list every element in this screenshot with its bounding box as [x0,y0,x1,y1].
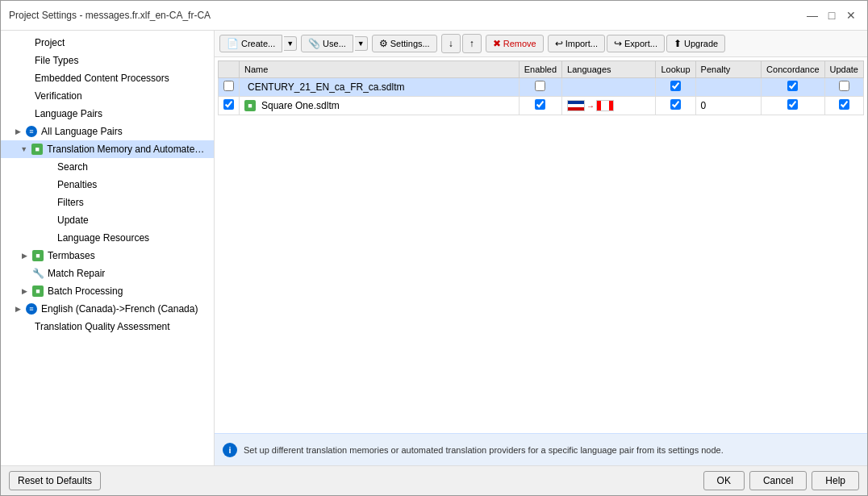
remove-icon: ✖ [493,38,501,49]
row-concordance-1[interactable] [787,99,798,110]
row-lookup-0[interactable] [670,81,681,91]
no-icon-11 [41,231,54,244]
sidebar-item-0[interactable]: Project [1,34,214,52]
help-button[interactable]: Help [812,471,859,490]
translation-memory-table: Name Enabled Languages Lookup Penalty Co… [215,57,867,433]
create-button[interactable]: 📄 Create... [219,35,282,52]
blue-circle-icon-15: ≡ [25,302,38,315]
no-icon-1 [19,54,31,67]
row-enabled-0[interactable] [535,81,545,91]
move-up-button[interactable]: ↑ [462,34,482,53]
export-button[interactable]: ↪ Export... [607,35,665,52]
table-row-1[interactable]: ■Square One.sdltm → 0 [219,97,864,115]
table-row-0[interactable]: CENTURY_21_EN_ca_FR_ca.sdltm [219,78,864,97]
sidebar-item-11[interactable]: Language Resources [1,229,214,247]
settings-icon: ⚙ [379,38,388,49]
bottom-left: Reset to Defaults [9,471,101,490]
sidebar-item-12[interactable]: ▶■Termbases [1,247,214,265]
use-button[interactable]: 📎 Use... [301,35,353,52]
sidebar-item-5[interactable]: ▶≡All Language Pairs [1,123,214,140]
no-icon-8 [41,178,54,191]
blue-circle-icon-5: ≡ [25,125,38,138]
info-message: Set up different translation memories or… [244,445,724,455]
remove-button[interactable]: ✖ Remove [486,35,544,52]
row-name-text-0: CENTURY_21_EN_ca_FR_ca.sdltm [248,81,405,93]
expand-icon-6[interactable]: ▼ [20,145,27,153]
sidebar-label-15: English (Canada)->French (Canada) [41,303,198,315]
close-button[interactable]: ✕ [843,7,859,23]
window-title: Project Settings - messages.fr.xlf_en-CA… [9,10,211,21]
tm-table: Name Enabled Languages Lookup Penalty Co… [218,60,864,115]
sidebar-item-15[interactable]: ▶≡English (Canada)->French (Canada) [1,300,214,318]
sidebar-item-1[interactable]: File Types [1,52,214,69]
sidebar-item-7[interactable]: Search [1,158,214,176]
sidebar-item-13[interactable]: 🔧Match Repair [1,265,214,282]
sidebar-item-4[interactable]: Language Pairs [1,105,214,123]
sidebar-item-16[interactable]: Translation Quality Assessment [1,318,214,336]
arrow-right-1: → [586,102,595,110]
sidebar-item-3[interactable]: Verification [1,87,214,105]
no-icon-10 [41,214,54,227]
sidebar-item-2[interactable]: Embedded Content Processors [1,69,214,87]
row-checkbox-0[interactable] [223,81,234,91]
row-penalty-1: 0 [695,97,762,115]
header-penalty: Penalty [695,61,762,78]
row-concordance-0[interactable] [787,81,798,91]
maximize-button[interactable]: □ [824,7,840,23]
expand-icon-5[interactable]: ▶ [14,127,22,135]
move-down-button[interactable]: ↓ [441,34,461,53]
header-concordance: Concordance [762,61,824,78]
create-icon: 📄 [227,38,239,49]
sidebar-label-4: Language Pairs [35,108,102,119]
create-dropdown-arrow[interactable]: ▼ [284,36,297,51]
sidebar-label-10: Update [57,215,89,226]
green-square-icon-12: ■ [31,249,44,262]
expand-icon-15[interactable]: ▶ [14,305,22,313]
green-square-icon-6: ■ [31,143,44,156]
import-icon: ↩ [555,38,563,49]
no-icon-7 [41,160,54,173]
export-label: Export... [624,39,657,48]
sidebar-label-11: Language Resources [57,232,149,244]
info-icon: i [223,443,237,457]
canada-flag-1 [596,100,614,111]
reset-button[interactable]: Reset to Defaults [9,471,101,490]
use-label: Use... [323,39,346,48]
title-bar: Project Settings - messages.fr.xlf_en-CA… [1,1,867,31]
row-checkbox-1[interactable] [223,99,234,110]
settings-button[interactable]: ⚙ Settings... [372,35,437,52]
header-name: Name [240,61,520,78]
expand-icon-12[interactable]: ▶ [20,252,28,260]
sidebar-label-8: Penalties [57,179,97,190]
sidebar-item-8[interactable]: Penalties [1,176,214,194]
sidebar-item-6[interactable]: ▼■Translation Memory and Automated Tr... [1,140,214,158]
sidebar-label-0: Project [35,37,65,48]
expand-icon-14[interactable]: ▶ [20,287,28,295]
sidebar-label-12: Termbases [48,250,95,261]
sidebar-item-14[interactable]: ▶■Batch Processing [1,282,214,300]
toolbar: 📄 Create... ▼ 📎 Use... ▼ ⚙ Settings... ↓… [215,31,867,57]
upgrade-button[interactable]: ⬆ Upgrade [666,35,725,52]
use-icon: 📎 [308,38,320,49]
sidebar-item-9[interactable]: Filters [1,194,214,211]
import-button[interactable]: ↩ Import... [548,35,605,52]
row-name-1: ■Square One.sdltm [240,97,520,115]
import-label: Import... [565,39,598,48]
bottom-bar: Reset to Defaults OK Cancel Help [1,465,867,495]
uk-flag-1 [567,100,585,111]
ok-button[interactable]: OK [703,471,745,490]
sidebar-label-5: All Language Pairs [41,126,123,137]
sidebar-item-10[interactable]: Update [1,211,214,229]
row-enabled-1[interactable] [535,99,545,110]
no-icon-4 [19,107,31,120]
row-lookup-1[interactable] [670,99,681,110]
cancel-button[interactable]: Cancel [749,471,807,490]
sidebar-label-14: Batch Processing [48,286,123,297]
main-window: Project Settings - messages.fr.xlf_en-CA… [0,0,868,496]
minimize-button[interactable]: — [804,7,820,23]
info-bar: i Set up different translation memories … [215,433,867,465]
flag-container-1: → [567,100,650,111]
row-update-0[interactable] [839,81,849,91]
use-dropdown-arrow[interactable]: ▼ [355,36,368,51]
row-update-1[interactable] [839,99,849,110]
